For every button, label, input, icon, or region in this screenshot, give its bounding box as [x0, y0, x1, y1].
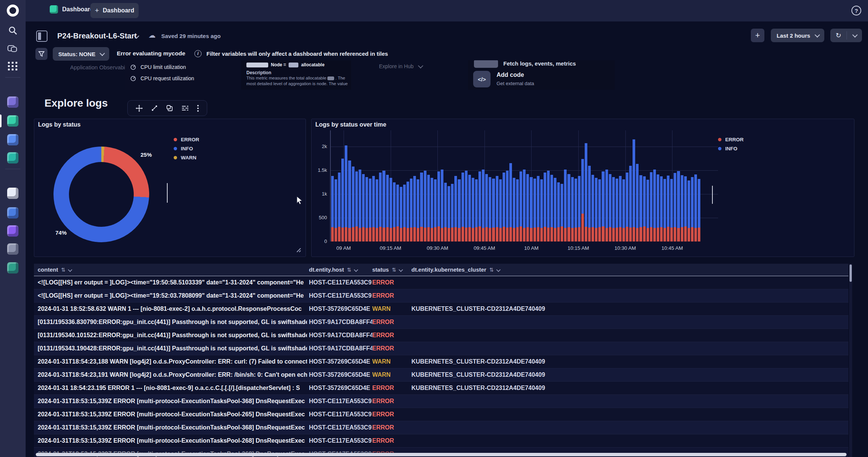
column-menu-chevron-icon[interactable]: [68, 267, 72, 272]
bar-segment-error: [331, 227, 334, 241]
table-row[interactable]: 2024-01-31 18:52:58.632 WARN 1 --- [nio-…: [34, 303, 848, 316]
legend-item-info[interactable]: INFO: [718, 144, 744, 153]
automations-app-icon[interactable]: [7, 225, 18, 237]
column-header-dt-entity-kubernetes_cluster[interactable]: dt.entity.kubernetes_cluster⇅: [411, 266, 500, 273]
stacked-bar: [437, 171, 440, 241]
tile-logs-over-time[interactable]: Logs by status over time 2k1.5k1k500009 …: [311, 119, 854, 257]
table-row[interactable]: 2024-01-31T18:53:15,339Z ERROR [multi-pr…: [34, 421, 848, 434]
kubernetes-app-icon[interactable]: [7, 96, 18, 108]
cell-status: ERROR: [372, 292, 410, 299]
duplicate-icon[interactable]: [166, 105, 173, 112]
column-header-status[interactable]: status⇅: [372, 266, 403, 273]
bar-segment-info: [352, 167, 355, 227]
move-icon[interactable]: [136, 105, 143, 112]
tab-new-dashboard[interactable]: + Dashboard: [90, 3, 139, 18]
tile-logs-by-status[interactable]: Logs by status 25% 74% ERRORINFOWARN: [34, 119, 306, 257]
cluster-app-icon[interactable]: [7, 243, 18, 255]
info-icon[interactable]: i: [194, 50, 202, 57]
refresh-options-button[interactable]: [847, 34, 862, 37]
table-row[interactable]: 2024-01-31T18:53:15,339Z ERROR [multi-pr…: [34, 395, 848, 408]
clouds-app-icon[interactable]: [7, 207, 18, 219]
time-range-selector[interactable]: Last 2 hours: [771, 29, 824, 42]
bar-segment-error: [489, 228, 491, 241]
kebab-menu-icon[interactable]: [197, 105, 199, 112]
status-filter-pill[interactable]: Status: NONE: [53, 47, 109, 61]
stacked-bar: [427, 175, 430, 241]
services-app-icon[interactable]: [7, 152, 18, 164]
bar-segment-info: [523, 170, 526, 228]
explore-in-hub-button[interactable]: Explore in Hub: [379, 63, 422, 69]
metric-item-cpu-limit[interactable]: CPU limit utilization: [130, 64, 186, 70]
table-row[interactable]: 2024-01-31T18:54:23,188 WARN [log4j2] o.…: [34, 355, 848, 368]
table-row[interactable]: [0131/195336.830790:ERROR:gpu_init.cc(44…: [34, 316, 848, 329]
table-row[interactable]: 2024-01-31T18:54:23,191 WARN [log4j2] o.…: [34, 368, 848, 382]
table-row[interactable]: 2024-01-31 18:54:23.195 ERROR 1 --- [nio…: [34, 382, 848, 395]
legend-item-info[interactable]: INFO: [174, 144, 199, 153]
column-menu-chevron-icon[interactable]: [354, 267, 358, 272]
column-header-dt-entity-host[interactable]: dt.entity.host⇅: [309, 266, 358, 273]
help-icon[interactable]: ?: [851, 6, 861, 15]
bar-segment-error: [413, 227, 416, 241]
table-row[interactable]: 2024-01-31T18:53:15,339Z ERROR [multi-pr…: [34, 434, 848, 448]
bar-segment-info: [475, 179, 478, 227]
clipped-tiles-strip: Application Observability CPU limit util…: [26, 60, 868, 90]
bar-segment-error: [626, 227, 628, 241]
tile-resize-handle[interactable]: [295, 246, 301, 252]
dashboard-title[interactable]: P24-Breakout-L6-Start: [57, 32, 137, 40]
bar-segment-info: [595, 178, 598, 228]
stacked-bar: [523, 170, 526, 242]
cell-content: 2024-01-31T18:54:23,191 WARN [log4j2] o.…: [38, 371, 307, 378]
table-row[interactable]: [0131/195343.190428:ERROR:gpu_init.cc(44…: [34, 342, 848, 355]
legend-item-error[interactable]: ERROR: [718, 135, 744, 144]
sort-icon[interactable]: ⇅: [61, 267, 66, 273]
stacked-bar: [369, 179, 371, 241]
column-menu-chevron-icon[interactable]: [399, 267, 403, 272]
sort-icon[interactable]: ⇅: [347, 267, 351, 273]
dashboards-app-icon[interactable]: [7, 115, 18, 127]
refresh-icon[interactable]: ↻: [831, 31, 847, 40]
table-row[interactable]: 2024-01-31T18:53:15,339Z ERROR [multi-pr…: [34, 408, 848, 421]
dynatrace-logo[interactable]: [7, 5, 19, 17]
copilot-icon[interactable]: [7, 44, 18, 55]
sort-icon[interactable]: ⇅: [392, 267, 396, 273]
table-horizontal-scrollbar[interactable]: [36, 453, 847, 456]
stacked-bar: [657, 174, 659, 241]
stacked-bar: [386, 175, 389, 241]
logs-app-icon[interactable]: [7, 262, 18, 274]
bar-segment-info: [578, 176, 581, 227]
resize-icon[interactable]: [151, 105, 158, 112]
sort-icon[interactable]: ⇅: [489, 267, 494, 273]
add-tile-button[interactable]: +: [751, 29, 764, 42]
table-vertical-scrollbar[interactable]: [849, 264, 852, 457]
stacked-bar: [554, 178, 556, 241]
cell-status: ERROR: [372, 385, 410, 391]
search-icon[interactable]: [8, 26, 19, 37]
table-row[interactable]: [0131/195340.101522:ERROR:gpu_init.cc(44…: [34, 329, 848, 342]
stacked-bar: [468, 175, 471, 241]
legend-item-error[interactable]: ERROR: [174, 135, 199, 144]
legend-dot: [718, 147, 721, 150]
legend-item-warn[interactable]: WARN: [174, 153, 199, 162]
table-row[interactable]: <![LOG[[HS] err output = ]LOG]><time="19…: [34, 276, 848, 289]
add-code-title[interactable]: Add code: [497, 72, 524, 78]
bar-segment-error: [581, 214, 584, 241]
list-options-icon[interactable]: [182, 105, 189, 111]
filter-funnel-icon[interactable]: [35, 48, 47, 60]
table-row[interactable]: <![LOG[[HS] err output = ]LOG]><time="19…: [34, 289, 848, 303]
app-launcher-icon[interactable]: [7, 61, 18, 72]
column-header-content[interactable]: content⇅: [38, 266, 72, 273]
notebooks-app-icon[interactable]: [7, 134, 18, 145]
bar-segment-info: [341, 159, 344, 228]
metric-item-cpu-request[interactable]: CPU request utilization: [130, 75, 194, 81]
column-menu-chevron-icon[interactable]: [496, 267, 500, 272]
stacked-bar: [653, 170, 656, 241]
stacked-bar: [571, 177, 574, 241]
tab-dashboards[interactable]: Dashboards: [50, 5, 97, 14]
metric-icon: [130, 76, 136, 81]
bar-segment-error: [485, 227, 488, 241]
sidebar-toggle-icon[interactable]: [36, 31, 47, 42]
cell-status: WARN: [372, 358, 410, 365]
y-axis-tick: 2k: [312, 144, 327, 149]
bar-segment-info: [482, 170, 484, 228]
camera-app-icon[interactable]: [7, 188, 18, 199]
